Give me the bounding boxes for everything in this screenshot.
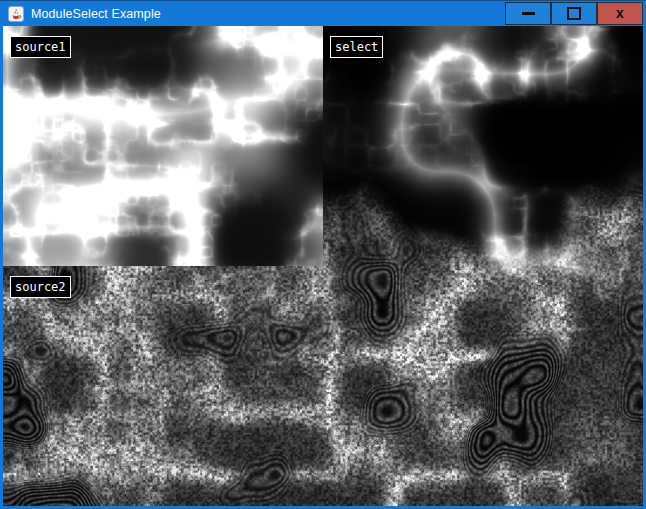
source2-label: source2 xyxy=(10,276,71,298)
minimize-button[interactable] xyxy=(505,2,551,25)
app-window: ModuleSelect Example x source1 select so… xyxy=(0,0,646,509)
noise-render-area: source1 select source2 xyxy=(3,26,643,506)
source1-panel-canvas xyxy=(3,26,323,266)
java-coffee-cup-icon xyxy=(8,6,24,22)
maximize-icon xyxy=(567,7,581,20)
window-controls: x xyxy=(505,1,643,27)
select-label: select xyxy=(330,36,383,58)
close-button[interactable]: x xyxy=(597,2,643,25)
close-icon: x xyxy=(616,6,624,20)
maximize-button[interactable] xyxy=(551,2,597,25)
minimize-icon xyxy=(522,12,535,15)
source1-label: source1 xyxy=(10,36,71,58)
source2-panel-canvas xyxy=(3,266,323,506)
titlebar: ModuleSelect Example x xyxy=(0,0,646,26)
window-title: ModuleSelect Example xyxy=(31,7,161,21)
